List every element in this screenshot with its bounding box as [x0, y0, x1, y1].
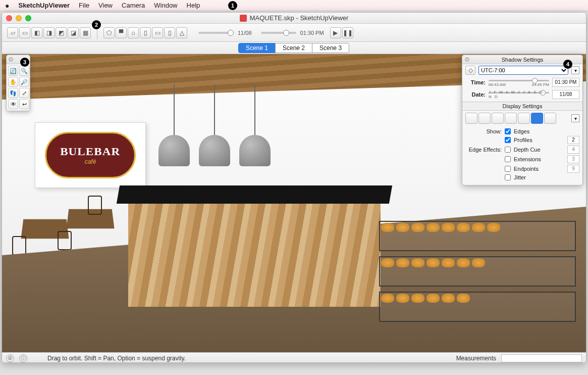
style-monochrome-button[interactable]: ◩	[56, 27, 67, 38]
pendant-lamps	[158, 84, 271, 170]
status-bar: ⦿ ⓘ Drag to orbit. Shift = Pan, Option =…	[2, 352, 586, 363]
date-value: 11/08	[238, 30, 252, 36]
style-toolbar-group: ▱ ▭ ◧ ◨ ◩ ◪ ▦	[5, 27, 93, 38]
app-menu[interactable]: SketchUpViewer	[18, 2, 70, 9]
views-toolbar-group: ⬠ ▀ ⌂ ▯ ▭ ▯ △	[101, 27, 189, 38]
extensions-checkbox[interactable]	[505, 156, 511, 162]
view-back-button[interactable]: ▭	[152, 27, 163, 38]
zoom-window-tool-button[interactable]: 🔎	[19, 77, 29, 87]
style-shaded-button[interactable]: ◧	[31, 27, 42, 38]
scene-tab-2[interactable]: Scene 2	[275, 43, 312, 53]
face-style-5-button[interactable]	[518, 113, 530, 124]
shadow-date-slider-group: 11/08	[198, 30, 252, 36]
callout-3: 3	[20, 58, 29, 67]
profiles-checkbox[interactable]	[505, 137, 511, 143]
main-toolbar: ▱ ▭ ◧ ◨ ◩ ◪ ▦ ⬠ ▀ ⌂ ▯ ▭ ▯ △ 11/08 01:30 …	[2, 24, 586, 42]
pan-tool-button[interactable]: ✋	[8, 77, 18, 87]
face-style-row: ▾	[462, 111, 582, 126]
display-settings-header: Display Settings	[462, 102, 582, 111]
shadow-expand-button[interactable]: ▾	[571, 66, 579, 74]
measurements-label: Measurements	[456, 355, 496, 362]
service-counter	[118, 185, 391, 307]
display-expand-button[interactable]: ▾	[571, 114, 579, 122]
face-style-1-button[interactable]	[465, 113, 477, 124]
time-label: Time:	[465, 79, 486, 85]
time-slider[interactable]	[261, 32, 296, 34]
depth-cue-value: 4	[567, 146, 579, 154]
scene-tab-3[interactable]: Scene 3	[312, 43, 349, 53]
show-label: Show:	[465, 128, 502, 134]
document-icon	[240, 15, 247, 22]
shadow-time-slider-group: 01:30 PM	[261, 30, 324, 36]
timezone-select[interactable]: UTC-7:00	[478, 66, 568, 75]
face-style-4-button[interactable]	[505, 113, 517, 124]
look-around-tool-button[interactable]: 👁	[8, 99, 18, 109]
sign-title: BULEBAR	[60, 145, 120, 158]
menu-view[interactable]: View	[98, 2, 113, 9]
time-end-label: 04:45 PM	[532, 82, 549, 87]
jitter-label: Jitter	[514, 174, 526, 180]
endpoints-checkbox[interactable]	[505, 166, 511, 172]
face-style-6-button[interactable]	[531, 113, 543, 124]
depth-cue-checkbox[interactable]	[505, 147, 511, 153]
style-shaded-textures-button[interactable]: ◨	[43, 27, 55, 38]
zoom-extents-button[interactable]: ⤢	[19, 88, 29, 98]
edge-effects-label: Edge Effects:	[465, 147, 502, 153]
time-slider-panel[interactable]: 06:43 AM 04:45 PM	[489, 78, 549, 87]
face-style-2-button[interactable]	[478, 113, 491, 124]
window-title: MAQUETE.skp - SketchUpViewer	[250, 14, 349, 22]
time-start-label: 06:43 AM	[489, 82, 506, 87]
extensions-label: Extensions	[514, 156, 541, 162]
sign-subtitle: café	[85, 158, 96, 165]
depth-cue-label: Depth Cue	[514, 147, 541, 153]
scene-tab-1[interactable]: Scene 1	[238, 43, 276, 53]
apple-menu-icon[interactable]: ●	[5, 2, 9, 10]
style-hidden-line-button[interactable]: ▭	[19, 27, 30, 38]
credits-icon[interactable]: ⓘ	[19, 354, 27, 362]
view-bottom-button[interactable]: △	[176, 27, 187, 38]
face-style-3-button[interactable]	[492, 113, 504, 124]
endpoints-label: Endpoints	[514, 166, 539, 172]
edges-label: Edges	[514, 128, 529, 134]
shadow-toggle-button[interactable]: ◇	[465, 66, 475, 75]
menu-window[interactable]: Window	[154, 2, 177, 9]
previous-view-button[interactable]: ↩	[19, 99, 29, 109]
callout-4: 4	[563, 60, 572, 69]
time-value: 01:30 PM	[300, 30, 324, 36]
edges-checkbox[interactable]	[505, 128, 511, 134]
view-right-button[interactable]: ▯	[140, 27, 151, 38]
wall-sign: BULEBAR café	[35, 122, 146, 188]
face-style-7-button[interactable]	[544, 113, 556, 124]
view-left-button[interactable]: ▯	[164, 27, 175, 38]
display-shelves	[374, 201, 586, 352]
orbit-tool-button[interactable]: 🔄	[8, 66, 18, 76]
view-front-button[interactable]: ⌂	[128, 27, 139, 38]
view-top-button[interactable]: ▀	[116, 27, 127, 38]
date-slider[interactable]	[198, 32, 234, 34]
profiles-label: Profiles	[514, 137, 532, 143]
time-value-box[interactable]: 01:30 PM	[552, 78, 579, 87]
style-xray-button[interactable]: ◪	[68, 27, 79, 38]
callout-1: 1	[228, 1, 237, 10]
panel-close-icon[interactable]	[465, 57, 469, 62]
date-label: Date:	[465, 91, 486, 98]
jitter-checkbox[interactable]	[505, 174, 511, 180]
zoom-tool-button[interactable]: 🔍	[19, 66, 29, 76]
date-slider-panel[interactable]: J F M A M J J A S O N D	[489, 90, 549, 99]
view-iso-button[interactable]: ⬠	[103, 27, 115, 38]
geolocation-icon[interactable]: ⦿	[6, 354, 14, 362]
pause-button[interactable]: ❚❚	[342, 27, 353, 38]
walk-tool-button[interactable]: 👣	[8, 88, 18, 98]
menu-help[interactable]: Help	[187, 2, 200, 9]
menu-camera[interactable]: Camera	[122, 2, 145, 9]
menu-file[interactable]: File	[79, 2, 89, 9]
profiles-value[interactable]: 2	[567, 136, 579, 144]
callout-2: 2	[92, 20, 101, 29]
settings-panel: Shadow Settings ◇ UTC-7:00 ▾ Time: 06:43…	[462, 55, 583, 185]
date-value-box[interactable]: 11/08	[552, 90, 579, 99]
play-button[interactable]: ▶	[330, 27, 341, 38]
endpoints-value: 9	[567, 165, 579, 173]
style-wireframe-button[interactable]: ▱	[7, 27, 18, 38]
measurements-input[interactable]	[501, 354, 582, 362]
style-back-edges-button[interactable]: ▦	[80, 27, 91, 38]
